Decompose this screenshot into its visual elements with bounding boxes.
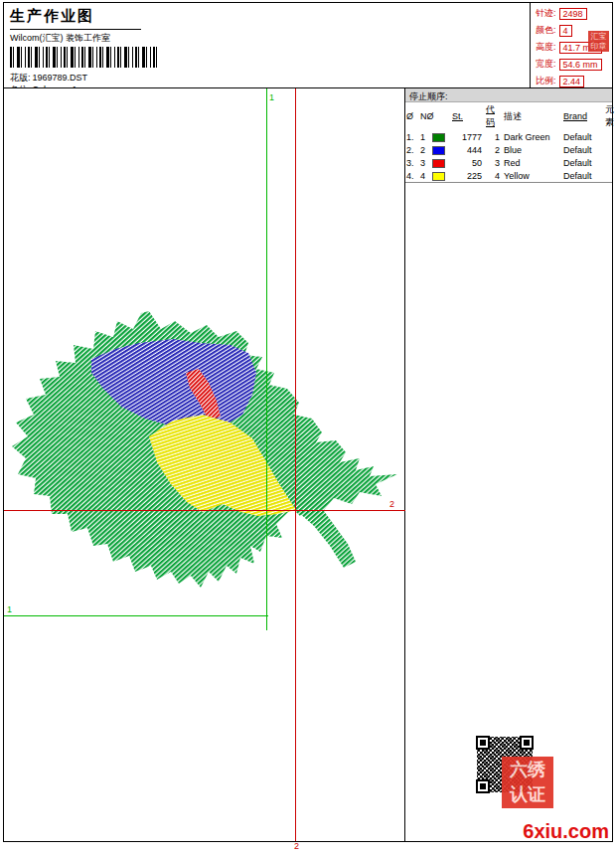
end-marker-bottom: 2 (294, 841, 299, 851)
stat-label: 颜色: (536, 24, 556, 37)
swatch-cell (431, 130, 451, 143)
thread-brand: Default (562, 130, 604, 143)
color-swatch (432, 172, 445, 181)
stat-label: 高度: (536, 41, 556, 54)
needle-number: 4 (419, 169, 431, 182)
col-brand: Brand (562, 102, 604, 130)
sequence-row: 4. 4 225 4 Yellow Default (405, 169, 612, 182)
stop-sequence-title: 停止顺序: (405, 88, 612, 102)
col-swatch (431, 102, 451, 130)
color-description: Red (503, 156, 562, 169)
page-title: 生产作业图 (10, 7, 530, 26)
stat-label: 针迹: (536, 7, 556, 20)
design-canvas: 1 1 2 (4, 88, 405, 841)
stitch-count: 225 (451, 169, 485, 182)
color-code: 3 (485, 156, 503, 169)
stat-value: 54.6 mm (559, 59, 602, 71)
header-left: 生产作业图 Wilcom(汇宝) 装饰工作室 花版:1969789.DST 色位… (4, 3, 531, 87)
pattern-value: 1969789.DST (33, 73, 88, 83)
stitch-count: 444 (451, 143, 485, 156)
site-logo: 6xiu.com (523, 820, 609, 843)
pattern-line: 花版:1969789.DST (10, 72, 530, 84)
stat-label: 比例: (536, 75, 556, 87)
element-cell (604, 130, 612, 143)
stitch-count: 1777 (451, 130, 485, 143)
row-index: 4. (405, 169, 419, 182)
stat-value: 2498 (559, 8, 587, 20)
stat-scale: 比例: 2.44 (536, 75, 609, 87)
swatch-cell (431, 156, 451, 169)
element-cell (604, 156, 612, 169)
row-index: 3. (405, 156, 419, 169)
col-st: St. (451, 102, 485, 130)
row-index: 1. (405, 130, 419, 143)
seal-stamp: 六绣认证 (502, 757, 553, 808)
swatch-cell (431, 143, 451, 156)
title-underline (10, 29, 141, 30)
stat-value: 4 (559, 25, 572, 37)
start-marker-left: 1 (7, 604, 12, 614)
stat-label: 宽度: (536, 58, 556, 71)
sequence-header-row: Ø NØ St. 代码 描述 Brand 元素 (405, 102, 612, 130)
side-panel: 停止顺序: Ø NØ St. 代码 描述 (405, 88, 612, 841)
needle-number: 3 (419, 156, 431, 169)
thread-brand: Default (562, 143, 604, 156)
color-description: Yellow (503, 169, 562, 182)
stop-sequence-table: Ø NØ St. 代码 描述 Brand 元素 1. (405, 102, 612, 182)
production-worksheet: 生产作业图 Wilcom(汇宝) 装饰工作室 花版:1969789.DST 色位… (3, 2, 613, 842)
col-n: NØ (419, 102, 431, 130)
start-marker-top: 1 (269, 92, 274, 102)
thread-brand: Default (562, 169, 604, 182)
stat-value: 2.44 (559, 76, 585, 87)
software-subtitle: Wilcom(汇宝) 装饰工作室 (10, 32, 530, 45)
col-code: 代码 (485, 102, 503, 130)
row-index: 2. (405, 143, 419, 156)
color-description: Dark Green (503, 130, 562, 143)
stats-panel: 针迹: 2498 颜色: 4 高度: 41.7 mm 宽度: 54.6 mm 比… (531, 3, 612, 87)
seal-stamp-small: 汇宝印章 (588, 31, 609, 52)
element-cell (604, 143, 612, 156)
color-swatch (432, 159, 445, 168)
embroidery-design-svg: 1 1 2 (4, 88, 405, 841)
sequence-row: 1. 1 1777 1 Dark Green Default (405, 130, 612, 143)
color-code: 2 (485, 143, 503, 156)
swatch-cell (431, 169, 451, 182)
header: 生产作业图 Wilcom(汇宝) 装饰工作室 花版:1969789.DST 色位… (4, 3, 612, 88)
stat-stitches: 针迹: 2498 (536, 7, 609, 20)
color-swatch (432, 146, 445, 155)
main-area: 1 1 2 停止顺序: Ø NØ (4, 88, 612, 841)
color-description: Blue (503, 143, 562, 156)
color-code: 4 (485, 169, 503, 182)
stitch-count: 50 (451, 156, 485, 169)
color-swatch (432, 133, 445, 142)
end-marker-right: 2 (389, 499, 394, 509)
thread-brand: Default (562, 156, 604, 169)
stop-sequence-panel: 停止顺序: Ø NØ St. 代码 描述 (405, 88, 612, 183)
col-num: Ø (405, 102, 419, 130)
needle-number: 1 (419, 130, 431, 143)
needle-number: 2 (419, 143, 431, 156)
stat-width: 宽度: 54.6 mm (536, 58, 609, 71)
pattern-label: 花版: (10, 73, 31, 83)
col-element: 元素 (604, 102, 612, 130)
element-cell (604, 169, 612, 182)
sequence-row: 2. 2 444 2 Blue Default (405, 143, 612, 156)
barcode (10, 47, 159, 68)
col-desc: 描述 (503, 102, 562, 130)
sequence-row: 3. 3 50 3 Red Default (405, 156, 612, 169)
color-code: 1 (485, 130, 503, 143)
